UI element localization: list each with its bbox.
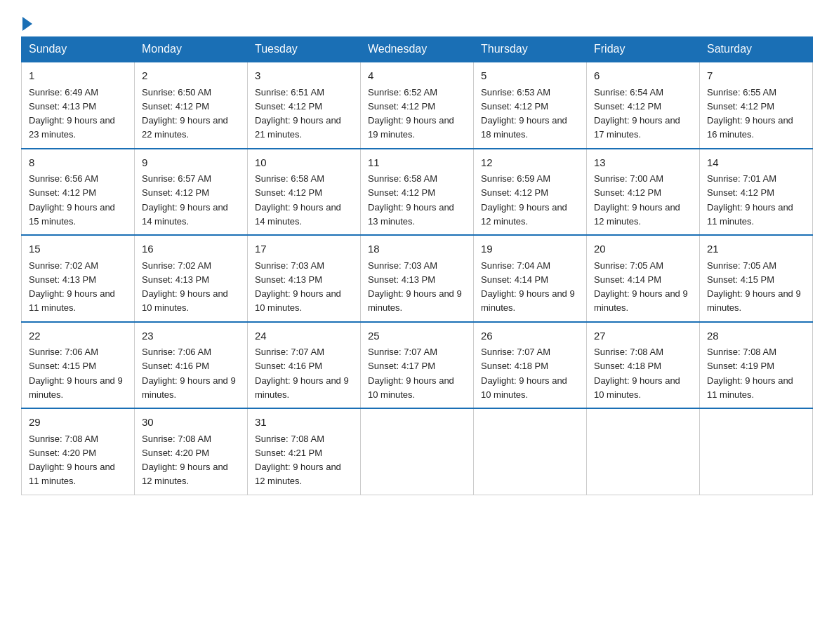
day-number: 27 — [594, 328, 692, 344]
day-number: 29 — [29, 415, 127, 431]
day-info: Sunrise: 6:56 AMSunset: 4:12 PMDaylight:… — [29, 173, 115, 227]
day-info: Sunrise: 7:06 AMSunset: 4:15 PMDaylight:… — [29, 347, 123, 400]
calendar-cell: 20Sunrise: 7:05 AMSunset: 4:14 PMDayligh… — [587, 235, 700, 322]
day-number: 2 — [142, 68, 240, 84]
calendar-cell: 7Sunrise: 6:55 AMSunset: 4:12 PMDaylight… — [700, 62, 813, 149]
logo — [21, 20, 32, 29]
day-number: 25 — [368, 328, 466, 344]
day-info: Sunrise: 7:08 AMSunset: 4:18 PMDaylight:… — [594, 347, 680, 400]
day-info: Sunrise: 7:07 AMSunset: 4:17 PMDaylight:… — [368, 347, 454, 400]
day-info: Sunrise: 6:51 AMSunset: 4:12 PMDaylight:… — [255, 87, 341, 140]
calendar-cell: 30Sunrise: 7:08 AMSunset: 4:20 PMDayligh… — [135, 408, 248, 495]
calendar-cell: 27Sunrise: 7:08 AMSunset: 4:18 PMDayligh… — [587, 322, 700, 409]
day-info: Sunrise: 7:05 AMSunset: 4:15 PMDaylight:… — [707, 260, 801, 314]
calendar-cell: 21Sunrise: 7:05 AMSunset: 4:15 PMDayligh… — [700, 235, 813, 322]
logo-arrow-icon — [22, 17, 32, 31]
calendar-week-4: 22Sunrise: 7:06 AMSunset: 4:15 PMDayligh… — [22, 322, 813, 409]
day-info: Sunrise: 6:53 AMSunset: 4:12 PMDaylight:… — [481, 87, 567, 140]
calendar-week-5: 29Sunrise: 7:08 AMSunset: 4:20 PMDayligh… — [22, 408, 813, 495]
day-info: Sunrise: 6:57 AMSunset: 4:12 PMDaylight:… — [142, 173, 228, 227]
calendar-cell: 17Sunrise: 7:03 AMSunset: 4:13 PMDayligh… — [248, 235, 361, 322]
day-info: Sunrise: 7:03 AMSunset: 4:13 PMDaylight:… — [368, 260, 462, 314]
day-info: Sunrise: 7:02 AMSunset: 4:13 PMDaylight:… — [142, 260, 228, 314]
day-number: 8 — [29, 155, 127, 171]
day-number: 4 — [368, 68, 466, 84]
calendar-cell: 14Sunrise: 7:01 AMSunset: 4:12 PMDayligh… — [700, 149, 813, 236]
day-number: 26 — [481, 328, 579, 344]
calendar-week-1: 1Sunrise: 6:49 AMSunset: 4:13 PMDaylight… — [22, 62, 813, 149]
calendar-cell: 8Sunrise: 6:56 AMSunset: 4:12 PMDaylight… — [22, 149, 135, 236]
day-number: 18 — [368, 241, 466, 257]
calendar-cell: 29Sunrise: 7:08 AMSunset: 4:20 PMDayligh… — [22, 408, 135, 495]
day-info: Sunrise: 7:00 AMSunset: 4:12 PMDaylight:… — [594, 173, 680, 227]
calendar-cell: 24Sunrise: 7:07 AMSunset: 4:16 PMDayligh… — [248, 322, 361, 409]
day-info: Sunrise: 7:07 AMSunset: 4:16 PMDaylight:… — [255, 347, 349, 400]
day-info: Sunrise: 7:08 AMSunset: 4:21 PMDaylight:… — [255, 434, 341, 487]
calendar-cell: 13Sunrise: 7:00 AMSunset: 4:12 PMDayligh… — [587, 149, 700, 236]
day-number: 19 — [481, 241, 579, 257]
day-number: 28 — [707, 328, 805, 344]
calendar-cell: 3Sunrise: 6:51 AMSunset: 4:12 PMDaylight… — [248, 62, 361, 149]
day-info: Sunrise: 7:03 AMSunset: 4:13 PMDaylight:… — [255, 260, 341, 314]
calendar-cell: 19Sunrise: 7:04 AMSunset: 4:14 PMDayligh… — [474, 235, 587, 322]
calendar-cell: 31Sunrise: 7:08 AMSunset: 4:21 PMDayligh… — [248, 408, 361, 495]
day-info: Sunrise: 7:02 AMSunset: 4:13 PMDaylight:… — [29, 260, 115, 314]
day-info: Sunrise: 6:50 AMSunset: 4:12 PMDaylight:… — [142, 87, 228, 140]
day-number: 24 — [255, 328, 353, 344]
day-number: 13 — [594, 155, 692, 171]
calendar-cell — [587, 408, 700, 495]
calendar-cell: 2Sunrise: 6:50 AMSunset: 4:12 PMDaylight… — [135, 62, 248, 149]
calendar-cell: 6Sunrise: 6:54 AMSunset: 4:12 PMDaylight… — [587, 62, 700, 149]
calendar-cell: 26Sunrise: 7:07 AMSunset: 4:18 PMDayligh… — [474, 322, 587, 409]
day-info: Sunrise: 7:08 AMSunset: 4:20 PMDaylight:… — [29, 434, 115, 487]
day-number: 31 — [255, 415, 353, 431]
day-number: 5 — [481, 68, 579, 84]
weekday-header-thursday: Thursday — [474, 37, 587, 62]
day-info: Sunrise: 7:08 AMSunset: 4:20 PMDaylight:… — [142, 434, 228, 487]
day-info: Sunrise: 6:55 AMSunset: 4:12 PMDaylight:… — [707, 87, 793, 140]
day-number: 3 — [255, 68, 353, 84]
calendar-week-2: 8Sunrise: 6:56 AMSunset: 4:12 PMDaylight… — [22, 149, 813, 236]
calendar-cell: 28Sunrise: 7:08 AMSunset: 4:19 PMDayligh… — [700, 322, 813, 409]
day-info: Sunrise: 6:49 AMSunset: 4:13 PMDaylight:… — [29, 87, 115, 140]
calendar-cell: 22Sunrise: 7:06 AMSunset: 4:15 PMDayligh… — [22, 322, 135, 409]
calendar-cell: 9Sunrise: 6:57 AMSunset: 4:12 PMDaylight… — [135, 149, 248, 236]
day-info: Sunrise: 7:04 AMSunset: 4:14 PMDaylight:… — [481, 260, 575, 314]
calendar-body: 1Sunrise: 6:49 AMSunset: 4:13 PMDaylight… — [22, 62, 813, 495]
day-info: Sunrise: 7:08 AMSunset: 4:19 PMDaylight:… — [707, 347, 793, 400]
day-number: 30 — [142, 415, 240, 431]
calendar-cell: 16Sunrise: 7:02 AMSunset: 4:13 PMDayligh… — [135, 235, 248, 322]
calendar-cell — [361, 408, 474, 495]
day-number: 9 — [142, 155, 240, 171]
weekday-header-friday: Friday — [587, 37, 700, 62]
day-number: 7 — [707, 68, 805, 84]
day-number: 6 — [594, 68, 692, 84]
day-info: Sunrise: 7:05 AMSunset: 4:14 PMDaylight:… — [594, 260, 688, 314]
day-info: Sunrise: 7:06 AMSunset: 4:16 PMDaylight:… — [142, 347, 236, 400]
calendar-cell: 23Sunrise: 7:06 AMSunset: 4:16 PMDayligh… — [135, 322, 248, 409]
day-info: Sunrise: 6:58 AMSunset: 4:12 PMDaylight:… — [255, 173, 341, 227]
day-number: 23 — [142, 328, 240, 344]
calendar-cell: 10Sunrise: 6:58 AMSunset: 4:12 PMDayligh… — [248, 149, 361, 236]
day-info: Sunrise: 7:07 AMSunset: 4:18 PMDaylight:… — [481, 347, 567, 400]
day-number: 10 — [255, 155, 353, 171]
day-info: Sunrise: 7:01 AMSunset: 4:12 PMDaylight:… — [707, 173, 793, 227]
day-number: 22 — [29, 328, 127, 344]
weekday-header-sunday: Sunday — [22, 37, 135, 62]
day-info: Sunrise: 6:58 AMSunset: 4:12 PMDaylight:… — [368, 173, 454, 227]
day-number: 15 — [29, 241, 127, 257]
calendar-cell — [474, 408, 587, 495]
calendar-cell: 4Sunrise: 6:52 AMSunset: 4:12 PMDaylight… — [361, 62, 474, 149]
weekday-header-monday: Monday — [135, 37, 248, 62]
weekday-header-tuesday: Tuesday — [248, 37, 361, 62]
day-number: 20 — [594, 241, 692, 257]
calendar-cell: 11Sunrise: 6:58 AMSunset: 4:12 PMDayligh… — [361, 149, 474, 236]
day-info: Sunrise: 6:52 AMSunset: 4:12 PMDaylight:… — [368, 87, 454, 140]
calendar-week-3: 15Sunrise: 7:02 AMSunset: 4:13 PMDayligh… — [22, 235, 813, 322]
weekday-header-wednesday: Wednesday — [361, 37, 474, 62]
day-number: 14 — [707, 155, 805, 171]
calendar-header: SundayMondayTuesdayWednesdayThursdayFrid… — [22, 37, 813, 62]
day-number: 21 — [707, 241, 805, 257]
day-info: Sunrise: 6:59 AMSunset: 4:12 PMDaylight:… — [481, 173, 567, 227]
calendar-cell: 25Sunrise: 7:07 AMSunset: 4:17 PMDayligh… — [361, 322, 474, 409]
